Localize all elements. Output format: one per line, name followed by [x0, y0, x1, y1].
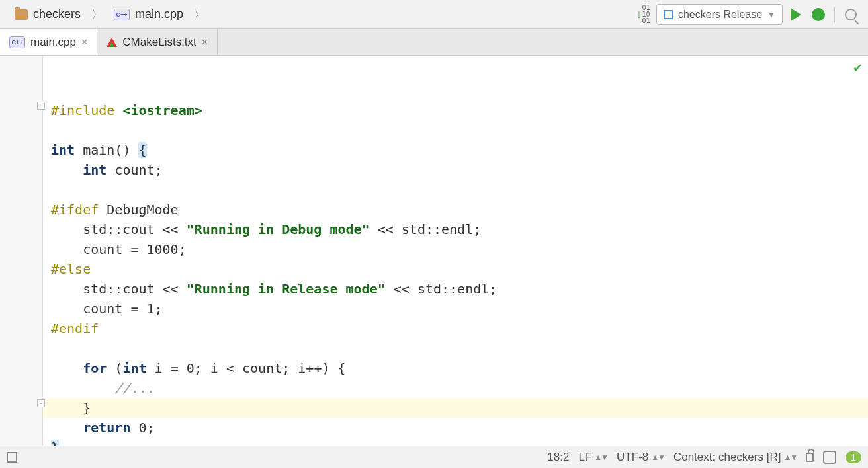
code-token: }: [51, 440, 59, 446]
code-area[interactable]: #include <iostream> int main() { int cou…: [43, 56, 868, 446]
arrow-down-icon: ↓: [636, 7, 642, 21]
line-separator-selector[interactable]: LF▲▼: [578, 451, 607, 464]
tab-label: main.cpp: [30, 36, 76, 49]
run-config-icon: [664, 10, 673, 19]
notification-badge[interactable]: 1: [846, 451, 861, 463]
status-bar: 18:2 LF▲▼ UTF-8▲▼ Context: checkers [R] …: [0, 446, 868, 468]
cpp-file-icon: C++: [114, 9, 130, 20]
ide-status-button[interactable]: [823, 451, 836, 464]
window-icon: [7, 452, 17, 463]
code-token: count;: [107, 162, 162, 178]
tool-window-toggle[interactable]: [7, 452, 17, 463]
code-token: for: [83, 360, 107, 376]
context-selector[interactable]: Context: checkers [R] ▲▼: [673, 451, 797, 464]
code-token: main(): [83, 142, 130, 158]
close-icon[interactable]: ×: [81, 36, 87, 48]
updown-icon: ▲▼: [594, 453, 607, 462]
run-configuration-selector[interactable]: checkers Release ▼: [656, 4, 783, 25]
gutter[interactable]: − −: [0, 56, 43, 446]
encoding-label: UTF-8: [617, 451, 648, 464]
tab-main-cpp[interactable]: C++ main.cpp ×: [0, 29, 97, 55]
code-token: //...: [51, 380, 155, 396]
inspection-ok-icon[interactable]: ✔: [853, 61, 863, 75]
code-token: {: [138, 142, 146, 158]
bug-icon: [812, 8, 825, 21]
code-token: int: [51, 142, 75, 158]
face-icon: [823, 451, 836, 464]
readonly-toggle[interactable]: [806, 453, 814, 462]
code-token: << std::endl;: [370, 221, 482, 237]
updown-icon: ▲▼: [651, 453, 664, 462]
code-token: }: [51, 400, 91, 416]
code-token: count = 1000;: [51, 241, 187, 257]
code-token: #endif: [51, 321, 99, 336]
code-token: <iostream>: [122, 102, 202, 118]
code-token: #ifdef: [51, 202, 99, 217]
code-token: i = 0; i < count; i++) {: [147, 360, 346, 376]
tab-cmakelists[interactable]: CMakeLists.txt ×: [97, 29, 218, 55]
code-token: (: [107, 360, 122, 376]
run-button[interactable]: [787, 5, 805, 24]
close-icon[interactable]: ×: [202, 36, 208, 48]
code-token: int: [122, 360, 146, 376]
folder-icon: [15, 9, 28, 20]
editor: − − #include <iostream> int main() { int…: [0, 56, 868, 446]
code-token: count = 1;: [51, 301, 163, 317]
notification-count: 1: [846, 451, 861, 463]
code-token: "Running in Debug mode": [187, 221, 370, 237]
update-project-button[interactable]: ↓ 011001: [634, 5, 652, 24]
code-token: DebugMode: [99, 202, 178, 217]
cpp-file-icon: C++: [9, 36, 25, 48]
search-everywhere-button[interactable]: [842, 5, 860, 24]
tab-label: CMakeLists.txt: [122, 36, 196, 49]
play-icon: [791, 8, 801, 21]
search-icon: [845, 9, 857, 20]
debug-button[interactable]: [809, 5, 828, 24]
cmake-file-icon: [107, 38, 117, 47]
chevron-down-icon: ▼: [767, 10, 775, 19]
chevron-right-icon: 〉: [91, 7, 103, 22]
run-config-label: checkers Release: [678, 9, 762, 20]
chevron-right-icon: 〉: [194, 7, 206, 22]
context-label: Context: checkers [R]: [673, 451, 781, 464]
code-token: #include: [51, 102, 114, 118]
line-separator-label: LF: [578, 451, 591, 464]
cursor-position[interactable]: 18:2: [547, 451, 569, 464]
code-token: << std::endl;: [386, 281, 498, 297]
divider: [834, 7, 835, 22]
code-token: std::cout <<: [51, 281, 187, 297]
current-line-highlight: [43, 398, 868, 418]
top-toolbar: checkers 〉 C++ main.cpp 〉 ↓ 011001 check…: [0, 0, 868, 29]
code-token: std::cout <<: [51, 221, 187, 237]
breadcrumb-project-label: checkers: [33, 7, 81, 21]
binary-icon: 011001: [642, 5, 650, 24]
code-token: 0;: [130, 420, 154, 436]
code-token: int: [83, 162, 107, 178]
breadcrumb-file[interactable]: C++ main.cpp: [107, 5, 190, 24]
breadcrumb-file-label: main.cpp: [135, 7, 183, 21]
editor-tab-bar: C++ main.cpp × CMakeLists.txt ×: [0, 29, 868, 56]
lock-icon: [806, 453, 814, 462]
code-token: "Running in Release mode": [187, 281, 386, 297]
breadcrumb-project[interactable]: checkers: [8, 5, 87, 24]
encoding-selector[interactable]: UTF-8▲▼: [617, 451, 664, 464]
code-token: #else: [51, 261, 91, 277]
updown-icon: ▲▼: [783, 453, 797, 462]
cursor-position-label: 18:2: [547, 451, 569, 464]
code-token: return: [83, 420, 130, 436]
